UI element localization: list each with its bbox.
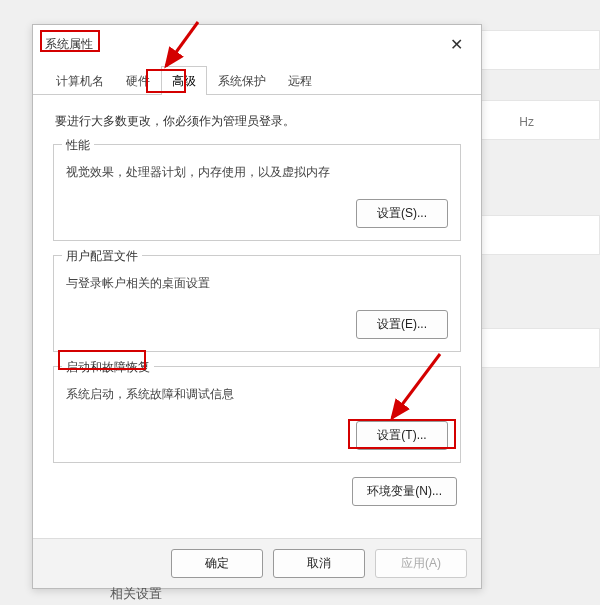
- group-startup-recovery: 启动和故障恢复 系统启动，系统故障和调试信息 设置(T)...: [53, 366, 461, 463]
- dialog-button-bar: 确定 取消 应用(A): [33, 538, 481, 588]
- titlebar: 系统属性 ✕: [33, 25, 481, 59]
- tab-computer-name[interactable]: 计算机名: [45, 66, 115, 95]
- tab-system-protection[interactable]: 系统保护: [207, 66, 277, 95]
- apply-button[interactable]: 应用(A): [375, 549, 467, 578]
- performance-settings-button[interactable]: 设置(S)...: [356, 199, 448, 228]
- tab-content-advanced: 要进行大多数更改，你必须作为管理员登录。 性能 视觉效果，处理器计划，内存使用，…: [33, 95, 481, 516]
- cancel-button[interactable]: 取消: [273, 549, 365, 578]
- group-profiles-desc: 与登录帐户相关的桌面设置: [66, 275, 448, 292]
- group-startup-desc: 系统启动，系统故障和调试信息: [66, 386, 448, 403]
- tab-advanced[interactable]: 高级: [161, 66, 207, 95]
- close-icon[interactable]: ✕: [444, 33, 469, 56]
- tabstrip: 计算机名 硬件 高级 系统保护 远程: [33, 65, 481, 95]
- group-performance-caption: 性能: [62, 137, 94, 154]
- startup-settings-button[interactable]: 设置(T)...: [356, 421, 448, 450]
- bg-hz-label: Hz: [519, 115, 534, 129]
- related-settings-label: 相关设置: [110, 585, 162, 603]
- group-profiles-caption: 用户配置文件: [62, 248, 142, 265]
- env-vars-button[interactable]: 环境变量(N)...: [352, 477, 457, 506]
- group-performance-desc: 视觉效果，处理器计划，内存使用，以及虚拟内存: [66, 164, 448, 181]
- dialog-title: 系统属性: [45, 36, 93, 53]
- background-panel: [480, 0, 600, 605]
- profiles-settings-button[interactable]: 设置(E)...: [356, 310, 448, 339]
- group-startup-caption: 启动和故障恢复: [62, 359, 154, 376]
- group-user-profiles: 用户配置文件 与登录帐户相关的桌面设置 设置(E)...: [53, 255, 461, 352]
- ok-button[interactable]: 确定: [171, 549, 263, 578]
- tab-hardware[interactable]: 硬件: [115, 66, 161, 95]
- group-performance: 性能 视觉效果，处理器计划，内存使用，以及虚拟内存 设置(S)...: [53, 144, 461, 241]
- admin-note: 要进行大多数更改，你必须作为管理员登录。: [55, 113, 461, 130]
- tab-remote[interactable]: 远程: [277, 66, 323, 95]
- system-properties-dialog: 系统属性 ✕ 计算机名 硬件 高级 系统保护 远程 要进行大多数更改，你必须作为…: [32, 24, 482, 589]
